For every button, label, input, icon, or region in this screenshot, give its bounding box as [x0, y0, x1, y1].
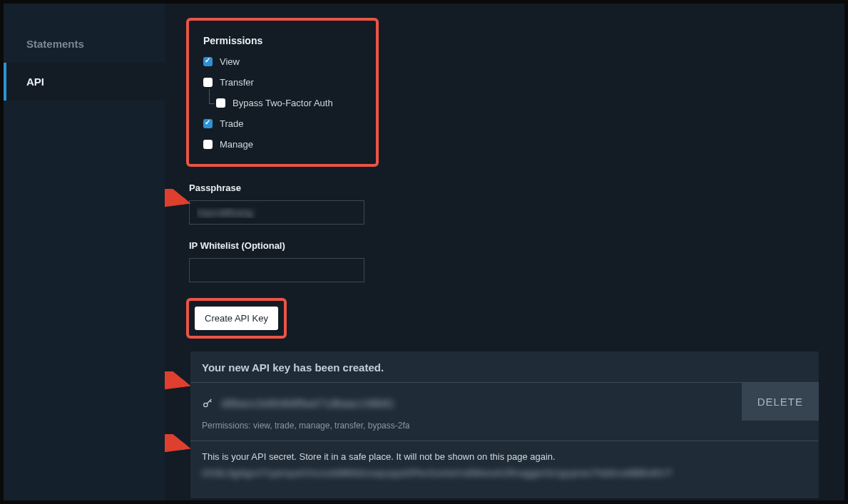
ip-whitelist-label: IP Whitelist (Optional)	[189, 240, 844, 251]
annotation-arrow-icon	[165, 434, 193, 460]
sidebar-item-label: Statements	[26, 38, 84, 50]
api-secret-block: This is your API secret. Store it in a s…	[190, 441, 819, 498]
checkbox-view[interactable]	[203, 57, 213, 66]
passphrase-group: Passphrase	[189, 182, 844, 225]
sidebar-item-label: API	[26, 76, 44, 88]
secret-message: This is your API secret. Store it in a s…	[202, 451, 807, 462]
permission-row-trade[interactable]: Trade	[203, 118, 362, 129]
ip-whitelist-input[interactable]	[189, 258, 364, 282]
permission-row-view[interactable]: View	[203, 56, 362, 67]
permission-row-manage[interactable]: Manage	[203, 139, 362, 150]
permissions-panel: Permissions View Transfer Bypass Two-Fac…	[186, 18, 379, 167]
key-icon	[202, 398, 213, 409]
api-key-row: d9bacc2e804b8fba471dbaac138b81 DELETE	[190, 383, 819, 421]
result-permissions-line: Permissions: view, trade, manage, transf…	[190, 421, 819, 441]
permission-label: Transfer	[220, 77, 254, 88]
permission-row-bypass-2fa[interactable]: Bypass Two-Factor Auth	[216, 98, 362, 108]
delete-button[interactable]: DELETE	[742, 383, 819, 421]
sidebar-item-statements[interactable]: Statements	[4, 25, 165, 63]
checkbox-transfer[interactable]	[203, 78, 213, 87]
checkbox-manage[interactable]	[203, 140, 213, 149]
sidebar-item-api[interactable]: API	[4, 63, 165, 101]
result-heading: Your new API key has been created.	[190, 351, 819, 383]
passphrase-label: Passphrase	[189, 182, 844, 193]
svg-point-0	[204, 403, 208, 406]
checkbox-bypass-2fa[interactable]	[216, 98, 225, 108]
api-key-result-panel: Your new API key has been created. d9bac…	[190, 351, 819, 498]
sidebar: Statements API	[4, 4, 165, 500]
api-secret-value: tXh8L0gdigxrt7cperqueVIncxvb9Mlkblcoayup…	[202, 468, 807, 478]
main-content: Permissions View Transfer Bypass Two-Fac…	[165, 4, 844, 500]
permission-row-transfer[interactable]: Transfer	[203, 77, 362, 88]
api-key-value: d9bacc2e804b8fba471dbaac138b81	[222, 398, 394, 409]
passphrase-input[interactable]	[189, 200, 364, 225]
annotation-arrow-icon	[165, 371, 193, 397]
permission-label: Trade	[220, 118, 243, 129]
permission-label: View	[220, 56, 240, 67]
permissions-title: Permissions	[203, 35, 362, 46]
permission-label: Manage	[220, 139, 253, 150]
checkbox-trade[interactable]	[203, 119, 213, 128]
ip-whitelist-group: IP Whitelist (Optional)	[189, 240, 844, 282]
create-button-highlight: Create API Key	[186, 298, 287, 339]
permission-label: Bypass Two-Factor Auth	[233, 98, 333, 108]
create-api-key-button[interactable]: Create API Key	[195, 307, 278, 330]
